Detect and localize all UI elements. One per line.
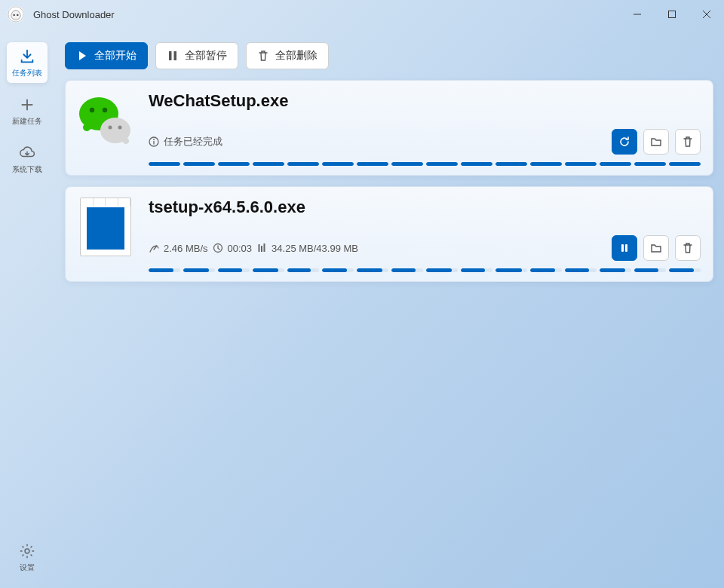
size-icon <box>256 243 267 253</box>
svg-point-2 <box>17 14 18 16</box>
wechat-icon <box>76 91 135 150</box>
content-area: 全部开始 全部暂停 全部删除 <box>54 29 724 588</box>
sidebar: 任务列表 新建任务 系统下载 设置 <box>0 29 54 588</box>
download-icon <box>19 48 35 65</box>
sidebar-item-system[interactable]: 系统下载 <box>7 139 48 179</box>
svg-rect-23 <box>261 246 262 252</box>
trash-icon <box>682 242 694 254</box>
button-label: 全部暂停 <box>185 49 227 63</box>
maximize-button[interactable] <box>655 0 689 29</box>
open-folder-button[interactable] <box>643 129 669 155</box>
svg-point-17 <box>118 126 122 130</box>
restart-button[interactable] <box>612 129 637 155</box>
sidebar-item-tasks[interactable]: 任务列表 <box>7 42 48 83</box>
file-thumbnail <box>76 198 135 256</box>
refresh-icon <box>618 136 630 148</box>
pause-icon <box>167 50 179 62</box>
svg-point-19 <box>153 139 155 140</box>
svg-point-1 <box>14 14 15 16</box>
generic-file-icon <box>80 198 131 256</box>
file-thumbnail <box>76 91 135 150</box>
svg-rect-10 <box>169 51 172 60</box>
gear-icon <box>19 543 35 559</box>
sidebar-item-label: 设置 <box>20 562 35 573</box>
pause-button[interactable] <box>612 235 637 261</box>
button-label: 全部删除 <box>275 49 318 63</box>
minimize-button[interactable] <box>620 0 655 29</box>
sidebar-item-label: 任务列表 <box>12 68 42 78</box>
svg-rect-24 <box>264 243 265 252</box>
file-name: WeChatSetup.exe <box>149 91 701 111</box>
app-title: Ghost Downloader <box>33 9 115 20</box>
button-label: 全部开始 <box>94 49 137 63</box>
folder-icon <box>650 136 662 148</box>
toolbar: 全部开始 全部暂停 全部删除 <box>65 42 713 69</box>
delete-button[interactable] <box>675 129 701 155</box>
app-logo <box>8 6 24 23</box>
svg-rect-22 <box>259 244 260 252</box>
progress-bar <box>149 268 701 272</box>
start-all-button[interactable]: 全部开始 <box>65 42 148 69</box>
svg-point-16 <box>109 126 112 130</box>
close-button[interactable] <box>689 0 724 29</box>
play-icon <box>76 50 88 62</box>
sidebar-item-new[interactable]: 新建任务 <box>7 90 48 131</box>
delete-all-button[interactable]: 全部删除 <box>246 42 329 69</box>
pause-icon <box>618 242 630 254</box>
speed-value: 2.46 MB/s <box>164 243 208 254</box>
speed-icon <box>149 243 159 253</box>
sidebar-item-label: 系统下载 <box>12 164 42 175</box>
cloud-download-icon <box>19 145 35 161</box>
svg-point-14 <box>103 108 107 112</box>
info-icon <box>149 136 159 147</box>
trash-icon <box>682 136 694 148</box>
svg-point-13 <box>90 108 94 112</box>
task-card: WeChatSetup.exe 任务已经完成 <box>65 80 713 176</box>
svg-rect-4 <box>669 11 676 18</box>
title-bar: Ghost Downloader <box>0 0 724 29</box>
task-card: tsetup-x64.5.6.0.exe 2.46 MB/s 00:03 <box>65 186 713 282</box>
file-name: tsetup-x64.5.6.0.exe <box>149 198 701 217</box>
progress-value: 34.25 MB/43.99 MB <box>272 243 358 254</box>
sidebar-item-label: 新建任务 <box>12 116 42 127</box>
svg-point-9 <box>25 549 29 553</box>
svg-rect-26 <box>625 244 627 252</box>
status-text: 任务已经完成 <box>164 135 222 149</box>
delete-button[interactable] <box>675 235 701 261</box>
sidebar-item-settings[interactable]: 设置 <box>7 537 48 577</box>
pause-all-button[interactable]: 全部暂停 <box>155 42 238 69</box>
clock-icon <box>213 243 223 253</box>
svg-rect-11 <box>174 51 177 60</box>
eta-value: 00:03 <box>228 243 253 254</box>
trash-icon <box>257 50 269 62</box>
open-folder-button[interactable] <box>643 235 669 261</box>
plus-icon <box>19 96 35 113</box>
folder-icon <box>650 242 662 254</box>
svg-rect-25 <box>621 244 624 252</box>
progress-bar <box>149 162 701 166</box>
